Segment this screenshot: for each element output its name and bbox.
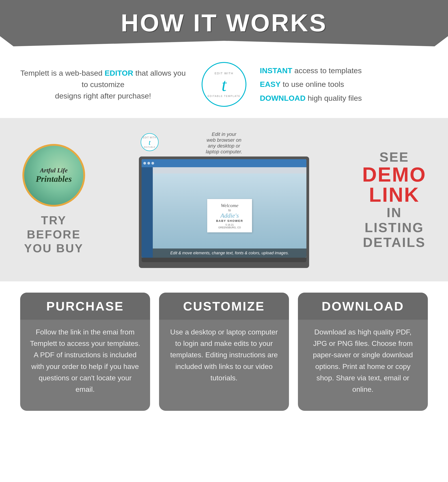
middle-section: Artful Life Printables TRYBEFOREYOU BUY …: [0, 118, 448, 281]
card-event: BABY SHOWER: [209, 219, 250, 222]
easy-label: EASY: [260, 80, 281, 88]
mini-badge-letter: t: [149, 139, 151, 146]
download-card-header: DOWNLOAD: [298, 292, 428, 320]
header-banner: HOW IT WORKS: [0, 0, 448, 46]
intro-left: Templett is a web-based EDITOR that allo…: [18, 67, 188, 102]
laptop-toolbar: [142, 159, 306, 167]
laptop-content: Welcome to Addie's BABY SHOWER 5 16 21GR…: [142, 167, 306, 258]
page-title: HOW IT WORKS: [13, 8, 435, 37]
card-to: to: [209, 208, 250, 212]
in-text: IN: [358, 205, 430, 220]
download-card-text: Download as high quality PDF, JPG or PNG…: [307, 326, 419, 395]
laptop-main: Welcome to Addie's BABY SHOWER 5 16 21GR…: [153, 167, 306, 258]
customize-card-title: CUSTOMIZE: [164, 299, 284, 313]
intro-right-text: INSTANT access to templates EASY to use …: [260, 64, 430, 105]
demo-text: DEMO: [358, 165, 430, 185]
purchase-card-text: Follow the link in the emai from Templet…: [29, 326, 141, 395]
mini-templett-badge: EDIT WITH t EDITABLE: [141, 133, 159, 151]
logo-text: Artful Life Printables: [36, 167, 72, 184]
intro-section: Templett is a web-based EDITOR that allo…: [0, 48, 448, 118]
download-card: DOWNLOAD Download as high quality PDF, J…: [298, 292, 428, 411]
laptop-canvas: Welcome to Addie's BABY SHOWER 5 16 21GR…: [153, 174, 306, 258]
templett-badge: EDIT WITH t EDITABLE TEMPLATE: [202, 62, 246, 107]
badge-letter: t: [222, 76, 226, 94]
laptop-screen: Welcome to Addie's BABY SHOWER 5 16 21GR…: [142, 159, 306, 258]
try-before-you-buy-text: TRYBEFOREYOU BUY: [18, 213, 90, 255]
laptop-base: [142, 258, 306, 262]
laptop-mockup: Welcome to Addie's BABY SHOWER 5 16 21GR…: [139, 157, 309, 268]
link-text: LINK: [358, 185, 430, 205]
laptop-sub-toolbar: [153, 167, 306, 174]
download-card-body: Download as high quality PDF, JPG or PNG…: [298, 320, 428, 402]
customize-card: CUSTOMIZE Use a desktop or laptop comput…: [159, 292, 289, 411]
toolbar-dot-3: [152, 162, 154, 165]
card-welcome: Welcome: [209, 203, 250, 208]
see-text: SEE: [358, 150, 430, 165]
download-card-title: DOWNLOAD: [302, 299, 423, 313]
bottom-section: PURCHASE Follow the link in the emai fro…: [0, 281, 448, 422]
mini-badge-bottom: EDITABLE: [144, 146, 155, 148]
customize-card-text: Use a desktop or laptop computer to logi…: [168, 326, 280, 384]
toolbar-dot-1: [143, 162, 146, 165]
laptop-stand: [202, 262, 246, 265]
edit-caption: Edit in yourweb browser onany desktop or…: [139, 131, 309, 155]
badge-bottom-text: EDITABLE TEMPLATE: [208, 95, 240, 97]
laptop-sidebar: [142, 167, 153, 258]
middle-right: SEE DEMO LINK IN LISTINGDETAILS: [358, 150, 430, 250]
intro-left-text: Templett is a web-based EDITOR that allo…: [18, 67, 188, 102]
customize-card-header: CUSTOMIZE: [159, 292, 289, 320]
toolbar-dot-2: [147, 162, 150, 165]
download-label: DOWNLOAD: [260, 94, 305, 102]
purchase-card: PURCHASE Follow the link in the emai fro…: [20, 292, 150, 411]
badge-top-text: EDIT WITH: [215, 72, 233, 75]
purchase-card-header: PURCHASE: [20, 292, 150, 320]
purchase-card-title: PURCHASE: [25, 299, 146, 313]
editor-highlight: EDITOR: [105, 69, 133, 77]
card-date: 5 16 21GREENSBURG, CO: [209, 223, 250, 229]
canvas-card: Welcome to Addie's BABY SHOWER 5 16 21GR…: [207, 199, 252, 232]
logo-line2: Printables: [36, 174, 72, 184]
customize-card-body: Use a desktop or laptop computer to logi…: [159, 320, 289, 390]
purchase-card-body: Follow the link in the emai from Templet…: [20, 320, 150, 402]
card-name: Addie's: [209, 212, 250, 219]
middle-center: EDIT WITH t EDITABLE Edit in yourweb bro…: [139, 131, 309, 268]
brand-logo: Artful Life Printables: [22, 144, 85, 207]
intro-center: EDIT WITH t EDITABLE TEMPLATE: [202, 62, 246, 107]
templett-overlay: EDIT WITH t EDITABLE: [141, 133, 159, 151]
canvas-caption: Edit & move elements, change text, fonts…: [153, 248, 306, 258]
logo-line1: Artful Life: [36, 167, 72, 174]
intro-right: INSTANT access to templates EASY to use …: [260, 64, 430, 105]
listing-text: LISTINGDETAILS: [358, 220, 430, 250]
instant-label: INSTANT: [260, 66, 292, 75]
middle-left: Artful Life Printables TRYBEFOREYOU BUY: [18, 144, 90, 255]
